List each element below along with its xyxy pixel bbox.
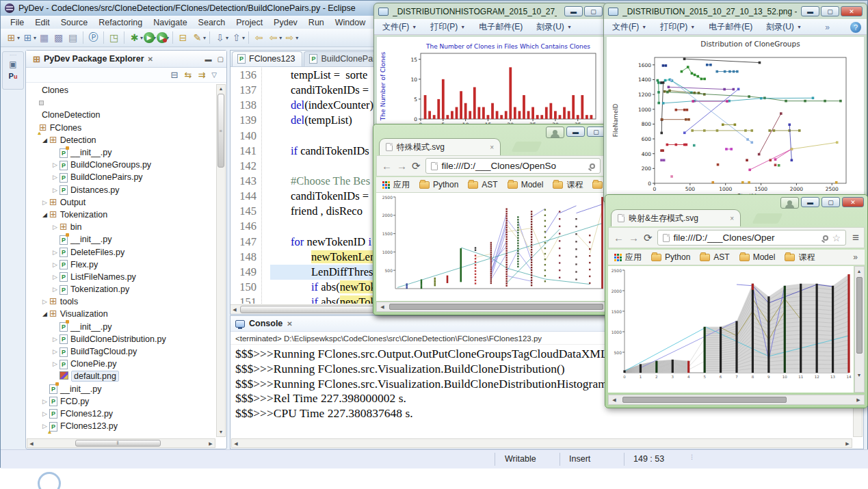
tree-item-tokenization-py[interactable]: ▷PTokenization.py: [27, 283, 215, 295]
tree-item---init---py[interactable]: P__init__.py: [27, 233, 215, 246]
tree-item---init---py[interactable]: P__init__.py: [27, 321, 215, 333]
apps-shortcut[interactable]: 应用: [382, 179, 410, 191]
tree-item-listfilenames-py[interactable]: ▷PListFileNames.py: [27, 271, 215, 283]
tree-item-fclones12-py[interactable]: ▷PFClones12.py: [27, 408, 215, 420]
new-tab-button[interactable]: [752, 213, 783, 224]
scrollbar-thumb[interactable]: ≡: [218, 94, 224, 168]
browser-horizontal-scrollbar[interactable]: ◀: [376, 302, 606, 312]
search-icon[interactable]: [590, 163, 595, 169]
menu-navigate[interactable]: Navigate: [148, 17, 192, 28]
expand-icon[interactable]: ▷: [51, 261, 60, 268]
close-button[interactable]: ✕: [842, 197, 864, 207]
menu-file[interactable]: File: [5, 17, 29, 28]
explorer-vertical-scrollbar[interactable]: ▲ ≡ ▼: [216, 84, 226, 437]
new-tab-button[interactable]: [512, 142, 542, 152]
close-icon[interactable]: ✕: [287, 320, 292, 328]
expand-icon[interactable]: ◢: [40, 310, 49, 317]
close-tab-icon[interactable]: ×: [490, 144, 494, 151]
back-icon[interactable]: ←: [614, 232, 624, 243]
restore-view-icon[interactable]: ▣: [9, 60, 16, 69]
print-button[interactable]: ▤: [66, 31, 80, 45]
scroll-up-icon[interactable]: ▲: [855, 267, 863, 276]
close-icon[interactable]: ✕: [148, 55, 153, 63]
forward-icon[interactable]: →: [629, 232, 639, 243]
minimize-button[interactable]: ▬: [801, 197, 819, 207]
viewer-menu-文件(F)[interactable]: 文件(F)▼: [612, 21, 646, 33]
scroll-left-icon[interactable]: ◀: [232, 440, 240, 448]
viewer-menu-电子邮件(E)[interactable]: 电子邮件(E): [479, 21, 523, 33]
tree-item-default-png[interactable]: default.png: [27, 370, 215, 382]
scroll-right-icon[interactable]: ▶: [207, 440, 215, 448]
maximize-button[interactable]: ▢: [587, 127, 605, 137]
console-horizontal-scrollbar[interactable]: ◀ ▶: [231, 438, 852, 448]
save-button[interactable]: ▦: [37, 31, 51, 45]
search-icon[interactable]: [823, 235, 828, 241]
start-orb-partial[interactable]: [38, 472, 61, 489]
maximize-button[interactable]: ▢: [584, 6, 603, 16]
address-bar[interactable]: file:///D:/___Clones/Oper ☆: [657, 230, 847, 246]
minimize-button[interactable]: ▬: [564, 6, 583, 16]
tree-item-tokenization[interactable]: ◢⊞Tokenization: [27, 209, 215, 221]
viewer-menu-电子邮件(E)[interactable]: 电子邮件(E): [709, 21, 752, 33]
expand-icon[interactable]: ▷: [51, 224, 60, 230]
forward-button[interactable]: ⇨: [282, 31, 297, 45]
scroll-right-icon[interactable]: ▶: [854, 396, 863, 404]
bookmark-python[interactable]: Python: [419, 180, 458, 189]
scrollbar-thumb[interactable]: [389, 304, 603, 310]
debug-button[interactable]: ✱: [127, 31, 142, 45]
browser-vertical-scrollbar[interactable]: ▲ ▼: [854, 266, 865, 393]
expand-icon[interactable]: ▷: [40, 298, 49, 305]
menu-overflow-icon[interactable]: »: [825, 23, 830, 32]
run-button[interactable]: ▶: [144, 32, 155, 43]
pydev-perspective-icon[interactable]: Pu: [9, 72, 18, 80]
expand-icon[interactable]: ▷: [40, 410, 49, 417]
viewer-menu-刻录(U)[interactable]: 刻录(U)▼: [536, 21, 572, 33]
tree-item---init---py[interactable]: P__init__.py: [27, 383, 215, 395]
menu-pydev[interactable]: Pydev: [268, 17, 303, 28]
viewer-menu-刻录(U)[interactable]: 刻录(U)▼: [766, 21, 802, 33]
prev-annotation-button[interactable]: ⇧: [229, 31, 244, 45]
minimize-button[interactable]: ▬: [801, 6, 819, 16]
scroll-left-icon[interactable]: ◀: [231, 306, 239, 314]
bookmark-课程[interactable]: 课程: [553, 179, 583, 191]
viewer-menu-打印(P)[interactable]: 打印(P)▼: [430, 21, 465, 33]
restore-button[interactable]: ▢: [821, 6, 839, 16]
bookmarks-overflow-icon[interactable]: »: [853, 252, 858, 262]
expand-icon[interactable]: ▷: [51, 174, 60, 181]
bookmark-model[interactable]: Model: [508, 180, 544, 189]
bookmark-课程[interactable]: 课程: [785, 252, 815, 263]
expand-icon[interactable]: ◢: [40, 211, 49, 218]
collapse-all-icon[interactable]: ⊟: [171, 70, 179, 80]
bookmark-model[interactable]: Model: [739, 252, 776, 262]
browser-tab[interactable]: 特殊模式.svg ×: [379, 138, 501, 155]
expand-icon[interactable]: ▷: [40, 199, 49, 206]
new-button[interactable]: ⊞: [4, 31, 18, 45]
tree-item-clonepie-py[interactable]: ▷PClonePie.py: [27, 358, 215, 370]
profile-button[interactable]: [546, 127, 564, 138]
next-annotation-button[interactable]: ⇩: [213, 31, 227, 45]
scrollbar-thumb[interactable]: ⦀: [75, 440, 161, 447]
expand-icon[interactable]: ▷: [40, 423, 49, 429]
coverage-button[interactable]: ▶: [157, 32, 168, 43]
browser-tab[interactable]: 映射&生存模式.svg ×: [611, 209, 741, 226]
tree-item-visualization[interactable]: ◢⊞Visualization: [27, 308, 215, 320]
explorer-horizontal-scrollbar[interactable]: ◀ ⦀ ▶: [27, 438, 215, 448]
tree-item-fcd-py[interactable]: ▷PFCD.py: [27, 395, 215, 408]
scroll-down-icon[interactable]: ▼: [217, 428, 225, 436]
back-button[interactable]: ⇦: [266, 31, 280, 45]
link-editor-icon[interactable]: ⇆: [184, 70, 192, 80]
minimize-view-icon[interactable]: ▬: [205, 55, 212, 63]
tree-item-clones[interactable]: Clones: [27, 84, 215, 96]
browser-horizontal-scrollbar[interactable]: ◀ ▶: [608, 395, 865, 405]
expand-icon[interactable]: ▷: [51, 274, 60, 280]
scroll-down-icon[interactable]: ▼: [855, 371, 863, 380]
tree-item-fclones[interactable]: ⊞FClones: [27, 122, 215, 134]
viewer-menu-打印(P)[interactable]: 打印(P)▼: [660, 21, 695, 33]
bookmark-ast[interactable]: AST: [700, 252, 729, 262]
tab-fclones123[interactable]: PFClones123: [232, 51, 302, 66]
expand-icon[interactable]: ▷: [51, 360, 60, 367]
tree-item-fclones123-py[interactable]: ▷PFClones123.py: [27, 420, 215, 432]
view-menu-icon[interactable]: ▽: [211, 71, 217, 79]
close-tab-icon[interactable]: ×: [730, 215, 734, 222]
viewer1-titlebar[interactable]: _DISTRIBUTIONHISTOGRAM_2015_10_27_10_1..…: [374, 3, 607, 19]
